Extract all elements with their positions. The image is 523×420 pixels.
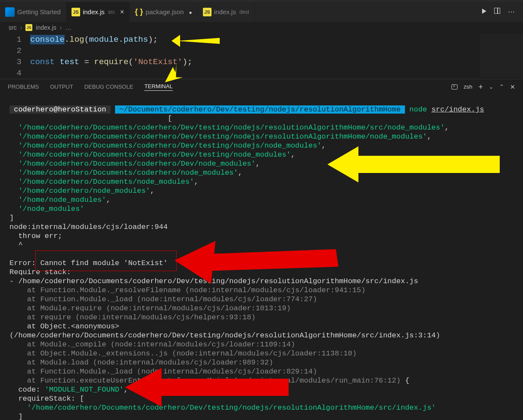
tab-index-dest[interactable]: JS index.js dest bbox=[198, 2, 255, 22]
editor-gutter: 1 2 3 4 bbox=[0, 34, 30, 79]
terminal-text: [ bbox=[168, 114, 172, 123]
panel-tab-output[interactable]: OUTPUT bbox=[50, 83, 73, 90]
more-actions-icon[interactable] bbox=[508, 8, 515, 16]
chevron-right-icon: › bbox=[60, 24, 62, 31]
code-token: 'NotExist' bbox=[133, 57, 182, 67]
terminal-path-line: '/home/coderhero/Documents/coderhero/Dev… bbox=[9, 159, 514, 168]
code-token: console bbox=[30, 35, 65, 44]
js-icon: JS bbox=[72, 8, 80, 16]
code-token: require bbox=[94, 57, 128, 67]
terminal-text: node:internal/modules/cjs/loader:944 bbox=[9, 223, 168, 231]
code-token: ); bbox=[148, 35, 158, 44]
modified-dot-icon bbox=[187, 8, 192, 15]
terminal-output[interactable]: coderhero@heroStation ~/Documents/coderh… bbox=[0, 94, 523, 420]
code-token: ); bbox=[183, 57, 193, 67]
terminal-path-line: '/home/node_modules', bbox=[9, 195, 514, 204]
terminal-text: requireStack: [ bbox=[9, 395, 84, 403]
tab-getting-started[interactable]: Getting Started bbox=[0, 2, 66, 22]
terminal-path-line: '/home/coderhero/Documents/coderhero/Dev… bbox=[9, 132, 514, 141]
terminal-error-prefix: Error: bbox=[9, 259, 36, 267]
terminal-text: code: bbox=[9, 386, 45, 394]
code-token: module bbox=[89, 35, 118, 44]
terminal-text: Require stack: bbox=[9, 268, 71, 276]
json-icon: { } bbox=[135, 7, 143, 16]
terminal-path-line: '/home/coderhero/Documents/coderhero/Dev… bbox=[9, 123, 514, 132]
terminal-trace-line: at Module.load (node:internal/modules/cj… bbox=[9, 358, 514, 367]
panel-tab-problems[interactable]: PROBLEMS bbox=[8, 83, 39, 90]
terminal-icon bbox=[451, 84, 458, 90]
maximize-panel-icon[interactable]: ⌃ bbox=[499, 83, 504, 90]
run-icon[interactable] bbox=[482, 8, 486, 16]
panel-tab-terminal[interactable]: TERMINAL bbox=[144, 83, 173, 91]
tab-sublabel: src bbox=[108, 9, 115, 15]
terminal-path-line: '/home/coderhero/Documents/coderhero/nod… bbox=[9, 168, 514, 177]
breadcrumb[interactable]: src › JS index.js › … bbox=[0, 22, 523, 33]
terminal-trace-line: at Module._compile (node:internal/module… bbox=[9, 340, 514, 349]
js-icon: JS bbox=[25, 24, 32, 31]
chevron-down-icon[interactable]: ⌄ bbox=[489, 84, 493, 90]
terminal-text: { bbox=[405, 377, 409, 385]
code-token: ( bbox=[84, 35, 89, 44]
terminal-path-line: '/home/coderhero/node_modules', bbox=[9, 186, 514, 195]
terminal-path-line: '/home/coderhero/Documents/coderhero/Dev… bbox=[9, 141, 514, 150]
terminal-path-line: '/home/coderhero/Documents/coderhero/Dev… bbox=[9, 150, 514, 159]
terminal-text: '/home/coderhero/Documents/coderhero/Dev… bbox=[9, 404, 436, 412]
line-number: 1 bbox=[0, 34, 22, 45]
tab-package-json[interactable]: { } package.json bbox=[130, 2, 198, 22]
terminal-error-message: Cannot find module 'NotExist' bbox=[36, 259, 168, 267]
tab-label: Getting Started bbox=[17, 8, 61, 15]
vscode-icon bbox=[5, 7, 15, 17]
code-token: const bbox=[30, 57, 55, 67]
terminal-text: at Function.executeUserEntryPoint [as ru… bbox=[9, 377, 405, 385]
terminal-trace-line: at Module.require (node:internal/modules… bbox=[9, 304, 514, 313]
terminal-trace-line: at Function.Module._resolveFilename (nod… bbox=[9, 286, 514, 295]
terminal-arg: src/index.js bbox=[431, 105, 484, 114]
split-editor-icon[interactable] bbox=[494, 8, 500, 16]
line-number: 4 bbox=[0, 68, 22, 79]
code-token: .paths bbox=[118, 35, 148, 44]
terminal-command: node bbox=[409, 105, 431, 114]
terminal-cwd: ~/Documents/coderhero/Dev/testing/nodejs… bbox=[115, 105, 405, 114]
terminal-text: ] bbox=[9, 214, 14, 222]
terminal-trace-line: at Object.Module._extensions..js (node:i… bbox=[9, 349, 514, 358]
terminal-path-line: '/home/coderhero/Documents/node_modules'… bbox=[9, 177, 514, 186]
tab-label: index.js bbox=[83, 8, 105, 15]
panel-tab-debug-console[interactable]: DEBUG CONSOLE bbox=[84, 83, 133, 90]
line-number: 3 bbox=[0, 56, 22, 68]
terminal-text: ^ bbox=[9, 241, 23, 249]
terminal-text: ] bbox=[9, 413, 23, 420]
breadcrumb-item[interactable]: index.js bbox=[36, 24, 56, 31]
terminal-trace-line: at Function.Module._load (node:internal/… bbox=[9, 367, 514, 376]
breadcrumb-item[interactable]: src bbox=[9, 24, 17, 31]
terminal-text: at Object.<anonymous> (/home/coderhero/D… bbox=[9, 322, 440, 340]
terminal-error-code: 'MODULE_NOT_FOUND' bbox=[45, 386, 124, 394]
terminal-text: , bbox=[124, 386, 128, 394]
close-icon[interactable]: × bbox=[120, 8, 124, 16]
breadcrumb-item[interactable]: … bbox=[65, 24, 71, 31]
line-number: 2 bbox=[0, 45, 22, 56]
tab-sublabel: dest bbox=[240, 9, 249, 15]
terminal-user: coderhero@heroStation bbox=[9, 105, 111, 114]
terminal-shell-name[interactable]: zsh bbox=[464, 83, 472, 90]
terminal-trace-line: at Function.Module._load (node:internal/… bbox=[9, 295, 514, 304]
editor-tab-bar: Getting Started JS index.js src × { } pa… bbox=[0, 2, 523, 22]
code-editor[interactable]: 1 2 3 4 console.log(module.paths); const… bbox=[0, 33, 523, 79]
terminal-text: - /home/coderhero/Documents/coderhero/De… bbox=[9, 277, 418, 285]
terminal-trace-line: at require (node:internal/modules/cjs/he… bbox=[9, 313, 514, 322]
chevron-right-icon: › bbox=[20, 24, 22, 31]
terminal-text: throw err; bbox=[9, 232, 62, 240]
js-icon: JS bbox=[203, 8, 212, 16]
code-token: .log bbox=[65, 35, 84, 44]
code-token: test bbox=[55, 57, 84, 67]
code-token: ( bbox=[128, 57, 133, 67]
panel-tab-bar: PROBLEMS OUTPUT DEBUG CONSOLE TERMINAL z… bbox=[0, 79, 523, 94]
code-token: = bbox=[84, 57, 94, 67]
tab-index-src[interactable]: JS index.js src × bbox=[66, 2, 130, 22]
tab-label: index.js bbox=[214, 8, 236, 15]
close-panel-icon[interactable] bbox=[510, 83, 515, 90]
terminal-path-line: '/node_modules' bbox=[9, 204, 514, 213]
tab-label: package.json bbox=[146, 8, 184, 15]
minimap[interactable] bbox=[480, 34, 523, 77]
new-terminal-icon[interactable]: + bbox=[478, 84, 483, 90]
